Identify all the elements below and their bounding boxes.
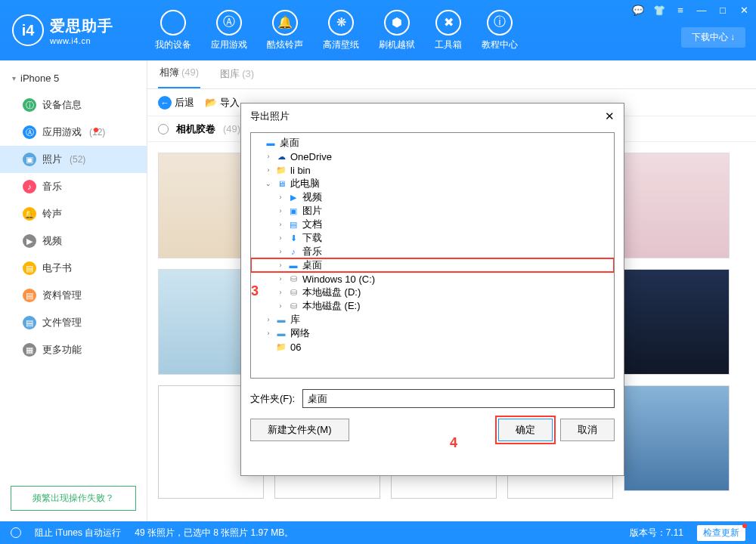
nav-酷炫铃声[interactable]: 🔔酷炫铃声 (267, 10, 303, 51)
sidebar-item-icon: ▤ (23, 289, 36, 302)
sidebar-item-铃声[interactable]: 🔔铃声 (0, 200, 147, 227)
help-link[interactable]: 频繁出现操作失败？ (11, 486, 136, 511)
version-label: 版本号：7.11 (630, 527, 683, 539)
nav-刷机越狱[interactable]: ⬢刷机越狱 (379, 10, 415, 51)
tree-node-06[interactable]: 📁06 (251, 340, 614, 354)
folder-icon: ⛁ (287, 287, 299, 298)
back-button[interactable]: ← 后退 (158, 96, 194, 110)
tree-node-音乐[interactable]: ›♪音乐 (251, 245, 614, 258)
app-header: i4 爱思助手 www.i4.cn 我的设备Ⓐ应用游戏🔔酷炫铃声❋高清壁纸⬢刷机… (0, 0, 756, 60)
tree-node-下载[interactable]: ›⬇下载 (251, 231, 614, 245)
photo-thumb[interactable] (624, 385, 730, 491)
itunes-toggle-label[interactable]: 阻止 iTunes 自动运行 (35, 527, 121, 539)
expand-icon[interactable]: › (277, 275, 284, 283)
expand-icon[interactable]: ⌄ (265, 180, 272, 187)
sidebar-item-应用游戏[interactable]: Ⓐ应用游戏(12) (0, 119, 147, 146)
tree-node-Windows 10 (C:)[interactable]: ›⛁Windows 10 (C:) (251, 272, 614, 286)
nav-icon: ⬢ (384, 10, 410, 36)
nav-教程中心[interactable]: ⓘ教程中心 (482, 10, 518, 51)
expand-icon[interactable]: › (277, 261, 284, 269)
sidebar-item-电子书[interactable]: ▤电子书 (0, 255, 147, 282)
import-button[interactable]: 📂 导入 (205, 96, 240, 110)
window-controls: 💬 👕 ≡ — □ ✕ (631, 3, 751, 17)
expand-icon[interactable]: › (277, 289, 284, 296)
new-folder-button[interactable]: 新建文件夹(M) (250, 419, 349, 441)
nav-icon: Ⓐ (216, 10, 242, 36)
nav-高清壁纸[interactable]: ❋高清壁纸 (323, 10, 359, 51)
annotation-step-4: 4 (450, 435, 457, 451)
sidebar-item-更多功能[interactable]: ▦更多功能 (0, 336, 147, 363)
tree-node-视频[interactable]: ›▶视频 (251, 190, 614, 204)
menu-icon[interactable]: ≡ (673, 3, 688, 17)
expand-icon[interactable]: › (277, 221, 284, 228)
sidebar-item-文件管理[interactable]: ▤文件管理 (0, 309, 147, 336)
app-logo: i4 爱思助手 www.i4.cn (0, 14, 147, 46)
tree-node-桌面[interactable]: ›▬桌面 (251, 258, 614, 272)
device-title[interactable]: iPhone 5 (0, 65, 147, 91)
expand-icon[interactable]: › (265, 153, 272, 160)
sidebar-item-音乐[interactable]: ♪音乐 (0, 173, 147, 200)
expand-icon[interactable]: › (277, 302, 284, 310)
toggle-icon[interactable] (11, 527, 21, 538)
nav-我的设备[interactable]: 我的设备 (155, 10, 191, 51)
minimize-button[interactable]: — (694, 3, 709, 17)
sidebar-item-icon: ♪ (23, 180, 36, 193)
nav-工具箱[interactable]: ✖工具箱 (435, 10, 462, 51)
dialog-close-button[interactable]: ✕ (605, 110, 615, 123)
app-url: www.i4.cn (50, 36, 113, 45)
folder-icon: ▶ (287, 192, 299, 202)
check-update-button[interactable]: 检查更新 (697, 525, 745, 541)
expand-icon[interactable]: › (277, 248, 284, 255)
folder-tree[interactable]: ▬桌面›☁OneDrive›📁li bin⌄🖥此电脑›▶视频›▣图片›▤文档›⬇… (250, 132, 615, 379)
tree-node-OneDrive[interactable]: ›☁OneDrive (251, 150, 614, 163)
export-dialog: 导出照片 ✕ ▬桌面›☁OneDrive›📁li bin⌄🖥此电脑›▶视频›▣图… (240, 103, 624, 476)
tree-node-图片[interactable]: ›▣图片 (251, 204, 614, 218)
folder-in-icon: 📂 (205, 97, 217, 108)
tree-node-库[interactable]: ›▬库 (251, 313, 614, 326)
sidebar-item-icon: ▦ (23, 343, 36, 357)
maximize-button[interactable]: □ (715, 3, 730, 17)
skin-icon[interactable]: 👕 (652, 3, 667, 17)
download-center-button[interactable]: 下载中心 ↓ (681, 27, 745, 48)
sidebar-item-icon: ▣ (23, 153, 36, 166)
sidebar-item-照片[interactable]: ▣照片(52) (0, 146, 147, 173)
expand-icon[interactable]: › (277, 193, 284, 201)
tab-相簿[interactable]: 相簿(49) (158, 58, 200, 88)
sidebar-item-设备信息[interactable]: ⓘ设备信息 (0, 91, 147, 119)
radio-icon[interactable] (158, 124, 169, 134)
sidebar-item-icon: ▤ (23, 261, 36, 275)
expand-icon[interactable]: › (277, 234, 284, 242)
tree-node-本地磁盘 (D:)[interactable]: ›⛁本地磁盘 (D:) (251, 286, 614, 299)
tree-node-文档[interactable]: ›▤文档 (251, 218, 614, 231)
sidebar-item-icon: ▤ (23, 316, 36, 329)
folder-name-input[interactable] (302, 389, 615, 408)
close-button[interactable]: ✕ (736, 3, 751, 17)
nav-应用游戏[interactable]: Ⓐ应用游戏 (211, 10, 247, 51)
folder-icon: ☁ (275, 151, 287, 162)
sidebar-item-视频[interactable]: ▶视频 (0, 227, 147, 255)
photo-thumb[interactable] (624, 153, 730, 258)
ok-button[interactable]: 确定 (498, 419, 553, 441)
sidebar: iPhone 5 ⓘ设备信息Ⓐ应用游戏(12)▣照片(52)♪音乐🔔铃声▶视频▤… (0, 60, 147, 521)
feedback-icon[interactable]: 💬 (631, 3, 646, 17)
nav-icon: ✖ (435, 10, 461, 36)
sidebar-item-资料管理[interactable]: ▤资料管理 (0, 282, 147, 309)
tree-node-桌面[interactable]: ▬桌面 (251, 136, 614, 150)
expand-icon[interactable]: › (265, 329, 272, 337)
nav-icon: ❋ (328, 10, 354, 36)
folder-icon: ▬ (287, 260, 299, 270)
cancel-button[interactable]: 取消 (560, 419, 615, 441)
tree-node-本地磁盘 (E:)[interactable]: ›⛁本地磁盘 (E:) (251, 299, 614, 313)
tree-node-li bin[interactable]: ›📁li bin (251, 163, 614, 177)
top-nav: 我的设备Ⓐ应用游戏🔔酷炫铃声❋高清壁纸⬢刷机越狱✖工具箱ⓘ教程中心 (155, 10, 518, 51)
expand-icon[interactable]: › (265, 316, 272, 323)
folder-icon: ⛁ (287, 274, 299, 284)
nav-icon: 🔔 (272, 10, 298, 36)
tree-node-此电脑[interactable]: ⌄🖥此电脑 (251, 177, 614, 190)
tab-图库[interactable]: 图库(3) (218, 60, 256, 88)
expand-icon[interactable]: › (265, 166, 272, 174)
dialog-title: 导出照片 (250, 110, 290, 123)
tree-node-网络[interactable]: ›▬网络 (251, 326, 614, 340)
photo-thumb[interactable] (624, 269, 730, 375)
expand-icon[interactable]: › (277, 207, 284, 215)
